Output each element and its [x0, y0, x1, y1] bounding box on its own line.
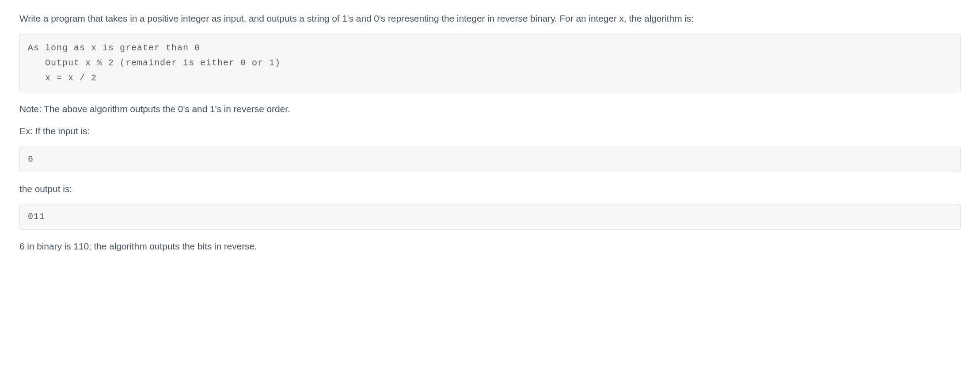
example-output-code: 011 — [19, 204, 961, 230]
example-input-label: Ex: If the input is: — [19, 124, 961, 139]
closing-paragraph: 6 in binary is 110; the algorithm output… — [19, 239, 961, 254]
intro-paragraph: Write a program that takes in a positive… — [19, 11, 961, 26]
algorithm-code-block: As long as x is greater than 0 Output x … — [19, 34, 961, 92]
output-label: the output is: — [19, 182, 961, 196]
note-paragraph: Note: The above algorithm outputs the 0'… — [19, 102, 961, 117]
example-input-code: 6 — [19, 147, 961, 172]
